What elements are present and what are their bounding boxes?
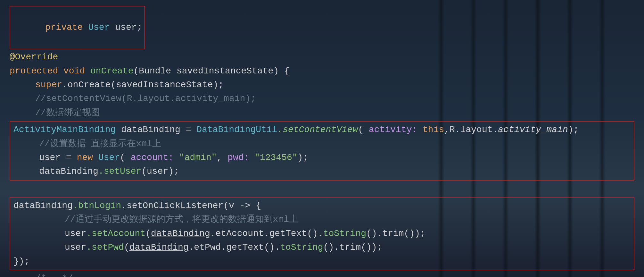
setaccount-paren: (	[145, 227, 151, 240]
keyword-void: void	[63, 64, 90, 78]
highlight-block-2: dataBinding.btnLogin.setOnClickListener(…	[10, 197, 634, 270]
tostring-2: toString	[280, 240, 323, 254]
eq2: =	[61, 151, 77, 164]
block2-line1: dataBinding.btnLogin.setOnClickListener(…	[13, 199, 631, 213]
param-account: account:	[131, 151, 174, 164]
code-editor: private User user; @Override protected v…	[0, 0, 644, 277]
block2-line2: //通过手动更改数据源的方式，将更改的数据通知到xml上	[13, 213, 631, 226]
user-ref1: user	[65, 227, 86, 240]
paren-open: (	[358, 123, 369, 137]
code-line-2: @Override	[10, 50, 634, 64]
highlight-block-1: ActivityMainBinding dataBinding = DataBi…	[10, 121, 634, 180]
keyword-new: new	[77, 151, 98, 164]
param-activity: activity:	[369, 123, 417, 137]
block2-line3: user.setAccount(dataBinding.etAccount.ge…	[13, 227, 631, 240]
comment-databinding: //数据绑定视图	[35, 106, 100, 120]
string-admin: "admin"	[174, 151, 217, 164]
btn-login-ref: .btnLogin	[73, 199, 121, 213]
code-comment-ellipsis: /*...*/	[10, 272, 634, 277]
comment-setcontentview: //setContentView(R.layout.activity_main)…	[35, 92, 256, 105]
setonclick-rest: .setOnClickListener(v -> {	[121, 199, 261, 213]
param-pwd: pwd:	[227, 151, 249, 164]
databinding-ref2: dataBinding	[13, 199, 73, 213]
trim-1: ().trim());	[366, 227, 425, 240]
method-setaccount: .setAccount	[86, 227, 145, 240]
databinding-underline-2: dataBinding	[129, 240, 189, 254]
annotation-override: @Override	[10, 50, 58, 64]
method-setuser: .setUser	[98, 164, 141, 178]
layout-name: activity_main	[498, 123, 568, 137]
listener-close: });	[13, 255, 29, 268]
type-activitymainbinding: ActivityMainBinding	[13, 123, 121, 137]
comment-manual: //通过手动更改数据源的方式，将更改的数据通知到xml上	[65, 213, 298, 226]
databinding-ref1: dataBinding	[39, 164, 98, 178]
close-paren1: );	[568, 123, 579, 137]
etaccount-gettext: .etAccount.getText().	[210, 227, 323, 240]
user-paren: (	[120, 151, 131, 164]
block2-line4: user.setPwd(dataBinding.etPwd.getText().…	[13, 240, 631, 254]
setpwd-paren: (	[124, 240, 129, 254]
string-123456: "123456"	[249, 151, 297, 164]
spacer-line	[10, 182, 634, 196]
block2-close: });	[13, 255, 631, 268]
var-user-decl: user;	[110, 22, 142, 32]
type-user2: User	[98, 151, 120, 164]
comment-setdata: //设置数据 直接显示在xml上	[39, 137, 161, 151]
etpwd-gettext: .etPwd.getText().	[189, 240, 280, 254]
user-ref2: user	[65, 240, 86, 254]
block1-line4: dataBinding.setUser(user);	[13, 164, 631, 178]
class-databindingutil: DataBindingUtil	[196, 123, 277, 137]
block1-line2: //设置数据 直接显示在xml上	[13, 137, 631, 151]
user-close: );	[298, 151, 309, 164]
super-keyword: super	[35, 78, 62, 92]
type-user: User	[88, 22, 110, 32]
trim-2: ().trim());	[323, 240, 383, 254]
method-oncreate: onCreate	[90, 64, 133, 78]
keyword-protected: protected	[10, 64, 63, 78]
code-line-6: //数据绑定视图	[10, 106, 634, 120]
method-setpwd: .setPwd	[86, 240, 124, 254]
block1-line1: ActivityMainBinding dataBinding = DataBi…	[13, 123, 631, 137]
var-databinding: dataBinding	[121, 123, 180, 137]
super-oncreate: .onCreate(savedInstanceState);	[62, 78, 224, 92]
code-line-5: //setContentView(R.layout.activity_main)…	[10, 92, 634, 105]
eq1: =	[180, 123, 196, 137]
block1-line3: user = new User( account: "admin", pwd: …	[13, 151, 631, 164]
code-line-3: protected void onCreate(Bundle savedInst…	[10, 64, 634, 78]
setuser-args: (user);	[141, 164, 179, 178]
layout-ref: ,R.layout.	[444, 123, 498, 137]
method-setcontentview: .setContentView	[277, 123, 358, 137]
comma1: ,	[217, 151, 228, 164]
comment-ellipsis: /*...*/	[35, 272, 73, 277]
code-line-1: private User user;	[10, 6, 634, 50]
tostring-1: toString	[323, 227, 366, 240]
databinding-underline-1: dataBinding	[151, 227, 210, 240]
this-keyword: this	[417, 123, 444, 137]
var-user: user	[39, 151, 61, 164]
code-line-4: super.onCreate(savedInstanceState);	[10, 78, 634, 92]
oncreate-params: (Bundle savedInstanceState) {	[133, 64, 289, 78]
keyword-private: private	[45, 22, 88, 32]
